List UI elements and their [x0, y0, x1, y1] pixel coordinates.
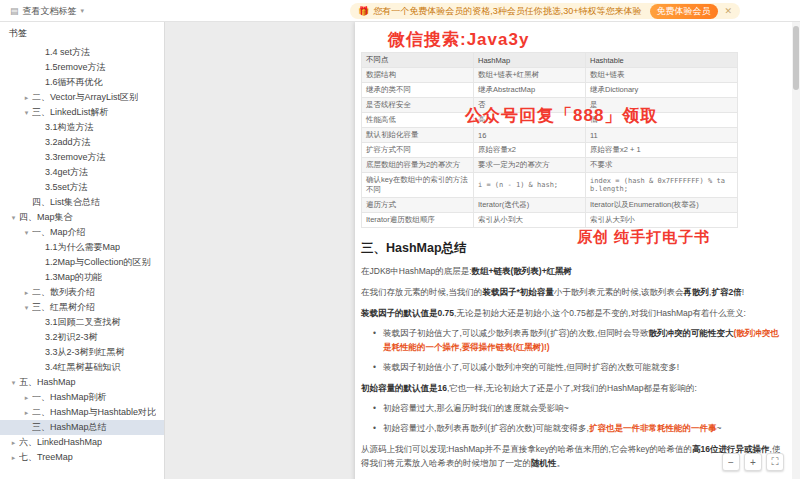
scrollbar-thumb[interactable]	[793, 26, 799, 90]
vertical-scrollbar[interactable]	[792, 22, 800, 479]
zoom-in-button[interactable]: +	[744, 453, 762, 471]
chevron-right-icon[interactable]: ▸	[21, 405, 32, 420]
table-header-cell: HashMap	[474, 53, 586, 68]
zoom-out-button[interactable]: −	[722, 453, 740, 471]
table-cell: 继承Dictionary	[586, 83, 738, 98]
chevron-right-icon[interactable]: ▸	[21, 90, 32, 105]
text-segment: ,无论是初始大还是初始小,这个0.75都是不变的,对我们HashMap有着什么意…	[454, 308, 746, 318]
chevron-right-icon[interactable]: ▸	[8, 435, 19, 450]
free-trial-button[interactable]: 免费体验会员	[650, 4, 718, 19]
table-row: 性能高低高低	[362, 113, 738, 128]
bookmark-sidebar: 书签 1.4 set方法1.5remove方法1.6循环再优化▸二、Vector…	[0, 22, 165, 479]
sidebar-item[interactable]: 3.4get方法	[0, 165, 164, 180]
sidebar-item[interactable]: ▾四、Map集合	[0, 210, 164, 225]
sidebar-item-label: 六、LinkedHashMap	[19, 435, 102, 450]
table-cell: 否	[474, 98, 586, 113]
sidebar-item[interactable]: ▸二、Vector与ArrayList区别	[0, 90, 164, 105]
chevron-right-icon[interactable]: ▸	[21, 390, 32, 405]
sidebar-item[interactable]: 1.5remove方法	[0, 60, 164, 75]
sidebar-item[interactable]: 3.4红黑树基础知识	[0, 360, 164, 375]
paragraph: 在JDK8中HashMap的底层是:数组+链表(散列表)+红黑树	[361, 264, 781, 278]
table-cell: 索引从小到大	[474, 213, 586, 228]
fit-page-button[interactable]: ⛶	[766, 453, 784, 471]
chevron-down-icon[interactable]: ▾	[8, 375, 19, 390]
sidebar-item[interactable]: 3.1回顾二叉查找树	[0, 315, 164, 330]
sidebar-item[interactable]: 三、HashMap总结	[0, 420, 164, 435]
sidebar-item-label: 1.3Map的功能	[45, 270, 102, 285]
panel-menu-icon: ▤	[10, 6, 19, 16]
chevron-down-icon[interactable]: ▾	[8, 210, 19, 225]
text-segment: 随机性	[531, 458, 557, 468]
membership-promo-banner: 🎁 您有一个免费体验会员的资格,3种会员任你挑选,30+特权等您来体验 免费体验…	[350, 3, 740, 19]
table-header-cell: Hashtable	[586, 53, 738, 68]
text-segment: 在JDK8中HashMap的底层是:	[361, 266, 472, 276]
sidebar-item[interactable]: ▾三、红黑树介绍	[0, 300, 164, 315]
table-row: 继承的类不同继承AbstractMap继承Dictionary	[362, 83, 738, 98]
table-cell: index = (hash & 0x7FFFFFFF) % tab.length…	[586, 173, 738, 198]
sidebar-item[interactable]: ▾一、Map介绍	[0, 225, 164, 240]
chevron-down-icon[interactable]: ▾	[21, 300, 32, 315]
sidebar-item[interactable]: ▾五、HashMap	[0, 375, 164, 390]
table-row: 默认初始化容量1611	[362, 128, 738, 143]
document-page: 不同点HashMapHashtable 数据结构数组+链表+红黑树数组+链表继承…	[355, 22, 792, 479]
sidebar-item-label: 三、红黑树介绍	[32, 300, 95, 315]
table-cell: Iterator(迭代器)	[474, 198, 586, 213]
banner-close-icon[interactable]: ✕	[725, 6, 733, 16]
sidebar-item[interactable]: 1.6循环再优化	[0, 75, 164, 90]
sidebar-item-label: 一、Map介绍	[32, 225, 86, 240]
top-bar: ▤ 查看文档标签 ▾ 🎁 您有一个免费体验会员的资格,3种会员任你挑选,30+特…	[0, 0, 800, 22]
sidebar-item[interactable]: 3.3从2-3树到红黑树	[0, 345, 164, 360]
table-cell: 继承AbstractMap	[474, 83, 586, 98]
sidebar-item[interactable]: ▸二、HashMap与Hashtable对比	[0, 405, 164, 420]
sidebar-item-label: 二、HashMap与Hashtable对比	[32, 405, 156, 420]
sidebar-item[interactable]: 3.1构造方法	[0, 120, 164, 135]
sidebar-item[interactable]: 3.5set方法	[0, 180, 164, 195]
sidebar-item[interactable]: ▸七、TreeMap	[0, 450, 164, 465]
bullet-icon: •	[373, 421, 376, 435]
table-cell: 数组+链表+红黑树	[474, 68, 586, 83]
sidebar-item[interactable]: ▾三、LinkedList解析	[0, 105, 164, 120]
sidebar-item[interactable]: 3.2add方法	[0, 135, 164, 150]
sidebar-item-label: 3.4红黑树基础知识	[45, 360, 121, 375]
bullet-item: •初始容量过小,散列表再散列(扩容的次数)可能就变得多,扩容也是一件非常耗性能的…	[361, 421, 781, 435]
chevron-down-icon[interactable]: ▾	[21, 225, 32, 240]
sidebar-item[interactable]: 四、List集合总结	[0, 195, 164, 210]
sidebar-item[interactable]: 1.3Map的功能	[0, 270, 164, 285]
sidebar-item-label: 1.6循环再优化	[45, 75, 103, 90]
text-segment: 从源码上我们可以发现:HashMap并不是直接拿key的哈希值来用的,它会将ke…	[361, 444, 692, 454]
text-segment: 扩容也是一件非常耗性能的一件事	[589, 423, 717, 433]
bookmark-tab-label: 书签	[9, 27, 27, 40]
bullet-item: •装载因子初始值小了,可以减小散列冲突的可能性,但同时扩容的次数可能就变多!	[361, 360, 781, 374]
chevron-down-icon[interactable]: ▾	[21, 105, 32, 120]
text-segment: 小于散列表元素的时候,该散列表会	[554, 287, 684, 297]
table-cell: 16	[474, 128, 586, 143]
sidebar-item-label: 1.2Map与Collection的区别	[45, 255, 151, 270]
bookmark-tab[interactable]: 书签	[0, 22, 164, 44]
sidebar-item[interactable]: ▸六、LinkedHashMap	[0, 435, 164, 450]
sidebar-item[interactable]: 1.1为什么需要Map	[0, 240, 164, 255]
table-cell: 数组+链表	[586, 68, 738, 83]
sidebar-item[interactable]: 3.3remove方法	[0, 150, 164, 165]
table-cell: i = (n - 1) & hash;	[474, 173, 586, 198]
chevron-right-icon[interactable]: ▸	[8, 450, 19, 465]
text-segment: 初始容量的默认值是16	[361, 383, 447, 393]
sidebar-item-label: 二、散列表介绍	[32, 285, 95, 300]
sidebar-item[interactable]: 1.4 set方法	[0, 45, 164, 60]
text-segment: 初始容量过大,那么遍历时我们的速度就会受影响~	[383, 403, 569, 413]
table-cell: 性能高低	[362, 113, 474, 128]
text-segment: 扩容2倍	[711, 287, 741, 297]
sidebar-item[interactable]: 1.2Map与Collection的区别	[0, 255, 164, 270]
table-cell: 确认key在数组中的索引的方法不同	[362, 173, 474, 198]
text-segment: !	[742, 287, 744, 297]
doc-tags-dropdown[interactable]: ▤ 查看文档标签 ▾	[10, 0, 84, 22]
table-cell: Iterator以及Enumeration(枚举器)	[586, 198, 738, 213]
sidebar-item[interactable]: ▸一、HashMap剖析	[0, 390, 164, 405]
chevron-right-icon[interactable]: ▸	[21, 285, 32, 300]
bullet-icon: •	[373, 360, 376, 374]
sidebar-item-label: 二、Vector与ArrayList区别	[32, 90, 138, 105]
table-cell: Iterator遍历数组顺序	[362, 213, 474, 228]
sidebar-item[interactable]: 3.2初识2-3树	[0, 330, 164, 345]
table-row: 确认key在数组中的索引的方法不同i = (n - 1) & hash;inde…	[362, 173, 738, 198]
sidebar-item[interactable]: ▸二、散列表介绍	[0, 285, 164, 300]
text-segment: 三、HashMap总结	[361, 241, 467, 255]
